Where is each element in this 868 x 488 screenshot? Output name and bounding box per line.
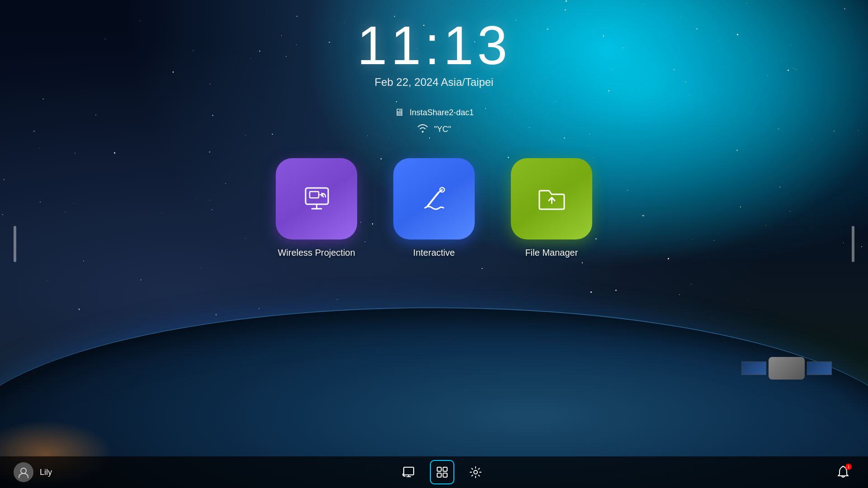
- svg-rect-14: [443, 467, 447, 471]
- notification-button[interactable]: 1: [832, 461, 854, 483]
- app-label-file-manager: File Manager: [525, 248, 578, 258]
- wifi-row: "YC": [417, 123, 451, 136]
- monitor-icon: 🖥: [394, 107, 404, 118]
- svg-rect-15: [437, 473, 441, 477]
- wifi-name: "YC": [434, 125, 451, 134]
- svg-line-5: [428, 192, 439, 206]
- taskbar-center: [52, 460, 832, 484]
- scroll-handle-left[interactable]: [14, 226, 16, 262]
- svg-rect-3: [310, 192, 319, 198]
- clock-time: 11:13: [357, 18, 511, 72]
- app-icon-interactive[interactable]: [393, 158, 475, 239]
- taskbar-apps-button[interactable]: [430, 460, 454, 484]
- app-wireless-projection[interactable]: Wireless Projection: [276, 158, 357, 258]
- device-name: InstaShare2-dac1: [410, 108, 474, 117]
- app-label-wireless-projection: Wireless Projection: [278, 248, 355, 258]
- user-avatar: [14, 462, 33, 482]
- main-content: 11:13 Feb 22, 2024 Asia/Taipei 🖥 InstaSh…: [0, 0, 868, 488]
- svg-point-9: [21, 468, 26, 474]
- svg-point-17: [474, 470, 477, 474]
- clock-date: Feb 22, 2024 Asia/Taipei: [357, 76, 511, 89]
- svg-rect-10: [404, 467, 414, 475]
- app-file-manager[interactable]: File Manager: [511, 158, 592, 258]
- device-name-row: 🖥 InstaShare2-dac1: [394, 107, 474, 118]
- taskbar-cast-button[interactable]: [396, 460, 421, 484]
- user-name: Lily: [40, 468, 52, 477]
- wifi-icon: [417, 123, 429, 136]
- device-info: 🖥 InstaShare2-dac1 "YC": [394, 107, 474, 136]
- apps-row: Wireless Projection Interactive: [276, 158, 592, 258]
- notification-badge: 1: [845, 464, 852, 470]
- svg-rect-16: [443, 473, 447, 477]
- app-label-interactive: Interactive: [413, 248, 455, 258]
- taskbar: Lily: [0, 456, 868, 488]
- svg-rect-0: [306, 188, 328, 204]
- taskbar-right: 1: [832, 461, 854, 483]
- scroll-handle-right[interactable]: [852, 226, 854, 262]
- app-icon-wireless-projection[interactable]: [276, 158, 357, 239]
- taskbar-settings-button[interactable]: [463, 460, 488, 484]
- app-interactive[interactable]: Interactive: [393, 158, 475, 258]
- clock: 11:13 Feb 22, 2024 Asia/Taipei: [357, 18, 511, 89]
- svg-rect-13: [437, 467, 441, 471]
- app-icon-file-manager[interactable]: [511, 158, 592, 239]
- taskbar-left: Lily: [14, 462, 52, 482]
